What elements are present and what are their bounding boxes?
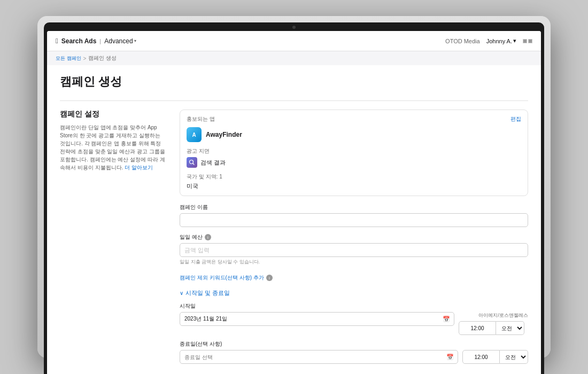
daily-budget-hint: 일일 지출 금액은 당사일 수 있습니다. [180,259,528,266]
negative-keywords-info-icon[interactable]: i [266,275,273,281]
topbar-left:  Search Ads | Advanced ▾ [56,37,136,45]
user-chevron-icon: ▾ [513,37,516,44]
end-date-label: 종료일(선택 사항) [180,340,528,348]
svg-line-1 [193,163,195,165]
screen:  Search Ads | Advanced ▾ OTOD Media Joh… [47,31,541,374]
campaign-name-field: 캠페인 이름 [180,204,528,227]
end-date-input-wrapper: 📅 [180,350,458,364]
app-card-label: 홍보되는 앱 [187,115,215,123]
start-time-side: 아이에지/로스앤젤레스 오전 오후 [459,312,528,335]
country-count: 1 [219,174,222,180]
form-layout: 캠페인 설정 캠페인이란 단일 앱에 초점을 맞추어 App Store의 한 … [60,110,528,369]
breadcrumb-home[interactable]: 모든 캠페인 [56,55,81,62]
daily-budget-label-text: 일일 예산 [180,233,203,241]
daily-budget-label: 일일 예산 i [180,233,528,241]
search-badge-icon [187,157,197,168]
country-label: 국가 및 지역: 1 [187,173,521,181]
breadcrumb: 모든 캠페인 > 캠페인 생성 [47,51,541,65]
start-date-time-container: 📅 아이에지/로스앤젤레스 오전 [180,312,528,335]
section-title: 캠페인 설정 [60,110,167,119]
form-right: 홍보되는 앱 편집 A AwayFinder 광고 지면 [180,110,528,369]
layout-icon-left [523,39,527,43]
daily-budget-field: 일일 예산 i 일일 지출 금액은 당사일 수 있습니다. [180,233,528,266]
start-date-side: 📅 [180,312,454,326]
start-date-input[interactable] [180,312,454,326]
end-date-input[interactable] [180,350,458,364]
campaign-name-label: 캠페인 이름 [180,204,528,211]
laptop:  Search Ads | Advanced ▾ OTOD Media Joh… [37,16,551,358]
app-info: A AwayFinder [187,127,521,142]
apple-logo-icon:  [56,37,58,45]
date-section-title: 시작일 및 종료일 [185,289,230,297]
user-name: Johnny A. [486,38,512,44]
end-date-side: 📅 [180,350,458,364]
breadcrumb-current: 캠페인 생성 [88,54,117,62]
end-time-input[interactable] [462,350,500,364]
screen-bezel:  Search Ads | Advanced ▾ OTOD Media Joh… [44,22,544,374]
ad-channel-value: 검색 결과 [187,157,521,168]
start-ampm-select[interactable]: 오전 오후 [496,321,524,335]
start-time-picker: 오전 오후 [459,321,528,335]
end-ampm-select[interactable]: 오전 오후 [500,350,528,364]
negative-keywords-label: 캠페인 제외 키워드(선택 사항) 추가 [180,274,264,282]
brand-name: Search Ads [61,37,97,45]
app-card-header: 홍보되는 앱 편집 [187,115,521,123]
end-time-picker: 오전 오후 [462,350,528,364]
brand-separator: | [99,38,101,44]
advanced-chevron-icon: ▾ [134,38,136,43]
breadcrumb-separator: > [83,56,87,61]
layout-icon-right [528,39,532,43]
date-section-header[interactable]: ∨ 시작일 및 종료일 [180,289,528,297]
page-title: 캠페인 생성 [60,74,528,90]
end-date-row: 종료일(선택 사항) 📅 [180,340,528,364]
daily-budget-input[interactable] [180,243,528,257]
channel-name: 검색 결과 [200,159,226,167]
start-time-input[interactable] [459,321,496,335]
form-left: 캠페인 설정 캠페인이란 단일 앱에 초점을 맞추어 App Store의 한 … [60,110,167,172]
advanced-button[interactable]: Advanced ▾ [104,37,136,45]
end-time-side: 오전 오후 [462,350,528,364]
date-section-chevron-icon: ∨ [180,290,183,296]
start-date-label: 시작일 [180,302,528,310]
camera [292,26,296,29]
more-link[interactable]: 더 알아보기 [125,165,153,170]
user-menu[interactable]: Johnny A. ▾ [486,37,516,44]
app-name: AwayFinder [206,131,242,138]
campaign-name-input[interactable] [180,213,528,227]
layout-toggle[interactable] [523,39,532,43]
page-content: 캠페인 생성 캠페인 설정 캠페인이란 단일 앱에 초점을 맞추어 App St… [47,65,541,374]
date-section: ∨ 시작일 및 종료일 시작일 📅 [180,289,528,364]
divider [60,100,528,101]
section-desc-text: 캠페인이란 단일 앱에 초점을 맞추어 App Store의 한 곳에 광고를 … [60,124,165,170]
advanced-label: Advanced [104,37,133,45]
start-date-input-wrapper: 📅 [180,312,454,326]
app-card: 홍보되는 앱 편집 A AwayFinder 광고 지면 [180,110,528,196]
section-desc: 캠페인이란 단일 앱에 초점을 맞추어 App Store의 한 곳에 광고를 … [60,123,167,172]
daily-budget-info-icon[interactable]: i [205,234,211,240]
org-name: OTOD Media [445,38,480,44]
start-date-row: 시작일 📅 아이에지/로스앤젤레스 [180,302,528,335]
country-value: 미국 [187,182,521,190]
timezone-label: 아이에지/로스앤젤레스 [459,312,528,319]
topbar:  Search Ads | Advanced ▾ OTOD Media Joh… [47,31,541,51]
negative-keywords-link[interactable]: 캠페인 제외 키워드(선택 사항) 추가 i [180,274,273,282]
country-label-text: 국가 및 지역: [187,174,218,180]
app-icon: A [187,127,202,142]
end-date-time-container: 📅 오전 오후 [180,350,528,364]
ad-channel-label: 광고 지면 [187,147,521,155]
edit-link[interactable]: 편집 [510,115,521,123]
topbar-right: OTOD Media Johnny A. ▾ [445,37,532,44]
